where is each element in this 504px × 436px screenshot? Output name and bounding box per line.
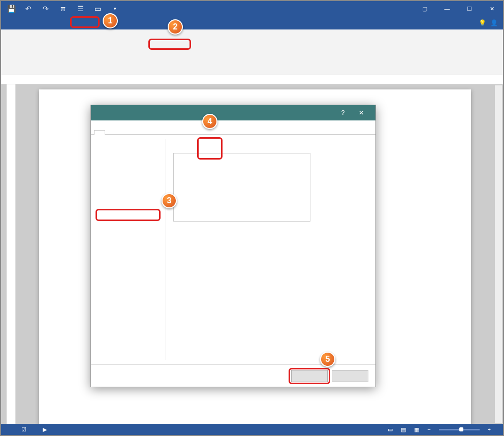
status-proof-icon[interactable]: ☑: [21, 426, 26, 433]
tell-me[interactable]: 💡: [479, 19, 486, 26]
callout-2: 2: [168, 19, 183, 35]
chart-category-list: [95, 139, 166, 360]
qat-more-icon[interactable]: ▾: [111, 5, 119, 13]
preview-chart-svg: [177, 157, 308, 212]
insert-chart-dialog: ? ✕: [90, 105, 376, 387]
chart-subtype-row: [170, 139, 371, 147]
zoom-slider[interactable]: [439, 429, 480, 430]
dialog-title-bar[interactable]: ? ✕: [91, 105, 375, 120]
close-icon[interactable]: ✕: [481, 1, 503, 16]
cancel-button[interactable]: [332, 370, 368, 382]
view-read-icon[interactable]: ▭: [388, 426, 393, 433]
maximize-icon[interactable]: ☐: [458, 1, 481, 16]
dialog-close-icon[interactable]: ✕: [352, 109, 370, 116]
ribbon: [1, 29, 503, 75]
title-bar: 💾 ↶ ↷ π ☰ ▭ ▾ ▢ — ☐ ✕: [1, 1, 503, 16]
horizontal-ruler: [1, 75, 503, 84]
bullets-icon[interactable]: ☰: [76, 5, 84, 13]
dialog-help-icon[interactable]: ?: [334, 109, 352, 116]
ribbon-options-icon[interactable]: ▢: [414, 1, 436, 16]
zoom-out-icon[interactable]: −: [427, 426, 430, 432]
pi-icon[interactable]: π: [59, 5, 67, 13]
save-icon[interactable]: 💾: [7, 5, 15, 13]
window-controls: ▢ — ☐ ✕: [414, 1, 503, 16]
callout-3: 3: [162, 193, 177, 208]
minimize-icon[interactable]: —: [436, 1, 458, 16]
view-print-icon[interactable]: ▤: [401, 426, 406, 433]
redo-icon[interactable]: ↷: [42, 5, 50, 13]
chart-preview[interactable]: [173, 153, 310, 222]
status-bar: ☑ ▶ ▭ ▤ ▦ − +: [1, 424, 503, 435]
vertical-scrollbar[interactable]: [495, 85, 502, 423]
share-button[interactable]: 👤: [490, 19, 498, 26]
subtype-title: [170, 147, 371, 153]
menu-bar: 💡 👤: [1, 16, 503, 29]
dialog-tabs: [91, 120, 375, 135]
ok-button[interactable]: [291, 370, 328, 382]
tab-all-charts[interactable]: [94, 130, 105, 135]
view-web-icon[interactable]: ▦: [414, 426, 419, 433]
page-icon[interactable]: ▭: [93, 5, 102, 13]
undo-icon[interactable]: ↶: [24, 5, 33, 13]
zoom-in-icon[interactable]: +: [488, 426, 491, 432]
callout-1: 1: [103, 13, 118, 28]
quick-access-toolbar: 💾 ↶ ↷ π ☰ ▭ ▾: [1, 5, 119, 13]
dialog-footer: [91, 364, 375, 387]
status-macro-icon[interactable]: ▶: [43, 426, 47, 433]
vertical-ruler: [7, 84, 16, 424]
callout-5: 5: [320, 352, 335, 367]
callout-4: 4: [202, 114, 217, 129]
